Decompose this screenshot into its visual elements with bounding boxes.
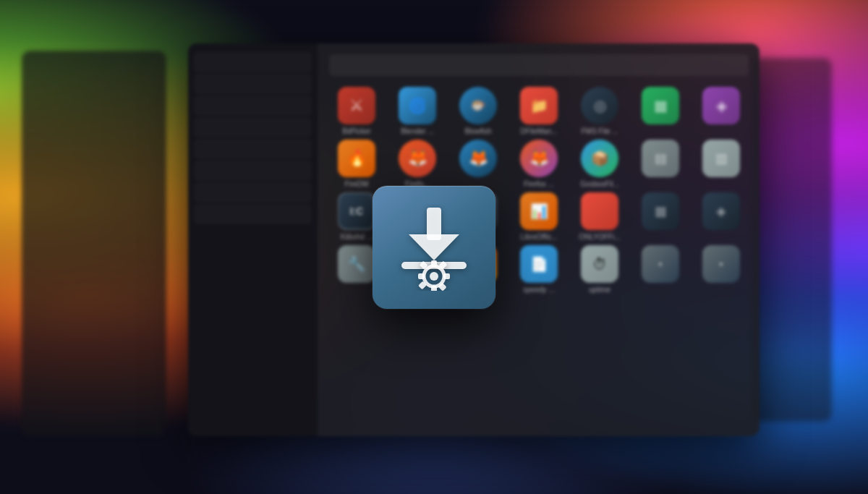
app-grid-row1: ⚔ BitPicker 🌀 Blender ... 🐡 Blowfish [329,87,749,135]
app-icon-misc4: ▥ [702,140,740,177]
app-grid-row2: 🔥 FireDM 🦊 Firefo... 🦊 [329,140,749,188]
app-cell-misc6[interactable]: ◈ [694,192,749,241]
svg-rect-6 [431,286,437,291]
app-icon-tools: 🔧 [338,245,375,283]
installer-svg [391,204,477,291]
app-cell-misc8[interactable]: ▪ [694,245,749,294]
app-label-blender: Blender ... [401,127,434,135]
app-icon-misc6: ◈ [702,192,740,230]
svg-marker-1 [409,234,459,260]
app-label-blowfish: Blowfish [464,127,491,135]
right-panel [752,58,832,422]
sidebar-item-6[interactable] [194,161,312,181]
app-cell-misc2[interactable]: ◈ [694,87,749,135]
app-label-fmsfile: FMS File ... [581,127,618,135]
sidebar-item-7[interactable] [194,182,312,203]
app-cell-gosbox[interactable]: 📦 GosboxFil... [572,140,627,188]
app-label-gosbox: GosboxFil... [580,180,618,188]
app-cell-onlyoffice[interactable]: ONLYOFFi... [572,192,627,241]
app-label-foxnightly: Firefox ... [524,180,554,188]
app-icon-misc5: ▦ [642,192,679,230]
app-icon-misc7: ▪ [642,245,679,283]
app-icon-libreoffice: 📊 [520,192,558,230]
installer-icon[interactable] [373,186,495,309]
app-icon-firefox1: 🦊 [399,140,436,177]
app-icon-gosbox: 📦 [581,140,618,177]
sidebar-item-2[interactable] [194,74,312,94]
app-icon-firedm: 🔥 [338,140,375,177]
app-cell-speedy[interactable]: 📄 speedy ... [511,245,566,294]
search-bar[interactable] [329,54,749,76]
app-label-speedy: speedy ... [523,286,554,294]
app-icon-uptime: ⏱ [581,245,618,283]
app-label-bitpicker: BitPicker [342,127,370,135]
app-icon-misc2: ◈ [702,87,740,124]
app-cell-misc3[interactable]: ▤ [633,140,688,188]
app-icon-blowfish: 🐡 [459,87,497,124]
svg-rect-8 [418,273,425,279]
sidebar-item-3[interactable] [194,95,312,116]
app-label-firedm: FireDM [345,180,369,188]
left-panel [22,51,166,436]
app-icon-fmsfile: ◎ [581,87,618,124]
app-icon-speedy: 📄 [520,245,558,283]
app-icon-kiibo: I:C [338,192,375,230]
app-cell-misc4[interactable]: ▥ [694,140,749,188]
app-cell-misc1[interactable]: ▦ [633,87,688,135]
sidebar-item-5[interactable] [194,139,312,159]
app-cell-foxnightly[interactable]: 🦊 Firefox ... [511,140,566,188]
app-cell-fmsfile[interactable]: ◎ FMS File ... [572,87,627,135]
app-label-kiibo: Kiibohd ... [341,233,373,241]
svg-rect-7 [443,273,450,279]
app-cell-uptime[interactable]: ⏱ uptime [572,245,627,294]
app-label-onlyoffice: ONLYOFFi... [579,233,620,241]
sidebar-item-8[interactable] [194,204,312,224]
app-icon-bitpicker: ⚔ [338,87,375,124]
app-cell-firefoxr[interactable]: 🦊 [451,140,506,188]
app-icon-misc3: ▤ [642,140,679,177]
app-icon-dfileman: 📁 [520,87,558,124]
app-cell-dfileman[interactable]: 📁 DFileMan... [511,87,566,135]
app-icon-misc1: ▦ [642,87,679,124]
app-label-uptime: uptime [589,286,610,294]
app-cell-misc5[interactable]: ▦ [633,192,688,241]
app-cell-bitpicker[interactable]: ⚔ BitPicker [329,87,384,135]
app-label-libreoffice: LibreOffic... [521,233,558,241]
svg-point-4 [430,272,438,281]
app-icon-foxnightly: 🦊 [520,140,558,177]
app-cell-blender[interactable]: 🌀 Blender ... [390,87,445,135]
app-icon-firefoxr: 🦊 [459,140,497,177]
app-icon-onlyoffice [581,192,618,230]
app-cell-libreoffice[interactable]: 📊 LibreOffic... [511,192,566,241]
app-label-dfileman: DFileMan... [520,127,557,135]
sidebar-item-1[interactable] [194,52,312,72]
sidebar-item-4[interactable] [194,117,312,137]
app-cell-blowfish[interactable]: 🐡 Blowfish [451,87,506,135]
app-cell-misc7[interactable]: ▪ [633,245,688,294]
app-cell-firefox1[interactable]: 🦊 Firefo... [390,140,445,188]
svg-rect-5 [431,260,437,267]
sidebar [188,43,318,436]
app-icon-blender: 🌀 [399,87,436,124]
app-icon-misc8: ▪ [702,245,740,283]
app-cell-firedm[interactable]: 🔥 FireDM [329,140,384,188]
